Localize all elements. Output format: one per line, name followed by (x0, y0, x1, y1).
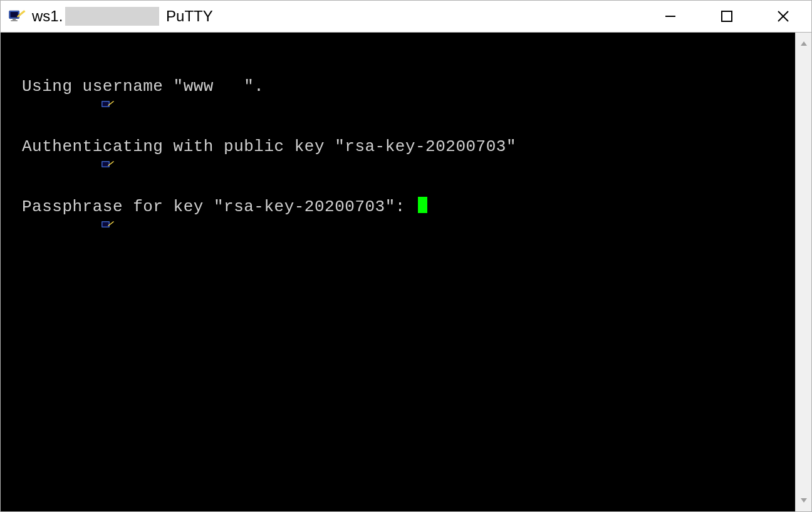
terminal[interactable]: Using username "www ". Authenticating wi… (1, 33, 795, 511)
terminal-line: Using username "www ". (2, 76, 795, 97)
terminal-cursor (418, 197, 427, 213)
scroll-up-arrow-icon[interactable] (798, 38, 810, 50)
terminal-text: Authenticating with public key "rsa-key-… (22, 137, 516, 157)
putty-icon (8, 8, 26, 25)
client-area: Using username "www ". Authenticating wi… (1, 32, 811, 511)
window-title: ws1. PuTTY (32, 7, 213, 26)
svg-point-4 (23, 10, 26, 13)
terminal-line: Passphrase for key "rsa-key-20200703": (2, 197, 795, 217)
close-icon (776, 9, 790, 23)
close-button[interactable] (755, 1, 811, 32)
svg-rect-1 (11, 12, 18, 18)
title-app-name: PuTTY (162, 8, 212, 25)
terminal-line: Authenticating with public key "rsa-key-… (2, 137, 795, 157)
maximize-button[interactable] (699, 1, 755, 32)
minimize-icon (664, 10, 677, 23)
vertical-scrollbar[interactable] (795, 33, 811, 511)
security-alert-icon (3, 138, 17, 152)
title-redacted-mask (65, 7, 159, 26)
scroll-down-arrow-icon[interactable] (798, 494, 810, 506)
security-alert-icon (3, 78, 17, 91)
svg-rect-14 (103, 222, 109, 227)
window-controls (642, 1, 811, 32)
minimize-button[interactable] (642, 1, 699, 32)
maximize-icon (721, 10, 733, 23)
svg-rect-10 (103, 102, 109, 107)
putty-window: ws1. PuTTY (0, 0, 812, 512)
svg-rect-2 (13, 19, 16, 21)
title-host-prefix: ws1. (32, 8, 63, 25)
svg-rect-12 (103, 162, 109, 167)
terminal-text: Using username "www ". (22, 76, 264, 97)
svg-rect-6 (722, 11, 732, 21)
security-alert-icon (3, 198, 17, 212)
svg-rect-3 (11, 20, 18, 21)
titlebar[interactable]: ws1. PuTTY (1, 1, 811, 32)
svg-rect-5 (665, 16, 675, 17)
terminal-text: Passphrase for key "rsa-key-20200703": (22, 197, 415, 217)
